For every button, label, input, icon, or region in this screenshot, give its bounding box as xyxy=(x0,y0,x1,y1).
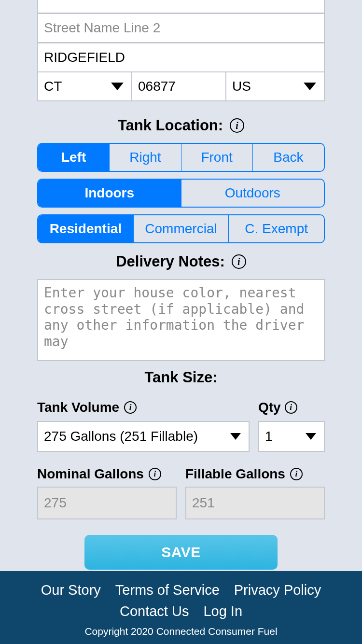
qty-label: Qty xyxy=(258,400,281,415)
tank-location-heading: Tank Location: xyxy=(118,117,223,134)
seg-left[interactable]: Left xyxy=(38,144,110,171)
seg-commercial[interactable]: Commercial xyxy=(134,215,229,242)
qty-select[interactable]: 1 xyxy=(258,421,325,452)
zip-input[interactable] xyxy=(131,71,226,101)
country-select[interactable]: US xyxy=(225,71,325,101)
state-value: CT xyxy=(44,79,62,94)
qty-value: 1 xyxy=(265,429,273,444)
tank-volume-value: 275 Gallons (251 Fillable) xyxy=(44,429,198,444)
fillable-gallons-field: 251 xyxy=(185,487,325,519)
footer-link-our-story[interactable]: Our Story xyxy=(41,580,101,601)
chevron-down-icon xyxy=(304,83,316,90)
chevron-down-icon xyxy=(230,433,241,440)
footer-link-contact[interactable]: Contact Us xyxy=(120,601,189,622)
copyright-text: Copyright 2020 Connected Consumer Fuel xyxy=(5,626,357,637)
tank-size-heading: Tank Size: xyxy=(37,369,325,386)
seg-back[interactable]: Back xyxy=(253,144,324,171)
fillable-gallons-label: Fillable Gallons xyxy=(185,466,285,482)
street-line-1-input[interactable] xyxy=(37,0,325,14)
seg-residential[interactable]: Residential xyxy=(38,215,134,242)
info-icon[interactable] xyxy=(290,468,303,480)
tank-position-segment: Left Right Front Back xyxy=(37,143,325,172)
seg-indoors[interactable]: Indoors xyxy=(38,180,181,207)
tank-volume-select[interactable]: 275 Gallons (251 Fillable) xyxy=(37,421,250,452)
info-icon[interactable] xyxy=(285,401,297,414)
state-select[interactable]: CT xyxy=(37,71,132,101)
nominal-gallons-label: Nominal Gallons xyxy=(37,466,144,482)
chevron-down-icon xyxy=(111,83,124,90)
footer-link-tos[interactable]: Terms of Service xyxy=(115,580,220,601)
tank-indoor-segment: Indoors Outdoors xyxy=(37,179,325,208)
delivery-notes-textarea[interactable] xyxy=(37,279,325,361)
save-button[interactable]: SAVE xyxy=(84,535,278,570)
seg-cexempt[interactable]: C. Exempt xyxy=(229,215,324,242)
footer: Our Story Terms of Service Privacy Polic… xyxy=(0,571,362,644)
tank-type-segment: Residential Commercial C. Exempt xyxy=(37,214,325,243)
city-input[interactable] xyxy=(37,42,325,72)
nominal-gallons-field: 275 xyxy=(37,487,177,519)
tank-volume-label: Tank Volume xyxy=(37,400,119,415)
seg-front[interactable]: Front xyxy=(181,144,253,171)
info-icon[interactable] xyxy=(124,401,137,414)
footer-link-privacy[interactable]: Privacy Policy xyxy=(234,580,321,601)
seg-outdoors[interactable]: Outdoors xyxy=(181,180,324,207)
info-icon[interactable] xyxy=(232,254,246,269)
info-icon[interactable] xyxy=(230,118,244,133)
info-icon[interactable] xyxy=(149,468,161,480)
delivery-notes-heading: Delivery Notes: xyxy=(116,253,225,270)
seg-right[interactable]: Right xyxy=(110,144,181,171)
street-line-2-input[interactable] xyxy=(37,13,325,43)
country-value: US xyxy=(232,79,251,94)
chevron-down-icon xyxy=(306,433,316,440)
footer-link-login[interactable]: Log In xyxy=(203,601,242,622)
